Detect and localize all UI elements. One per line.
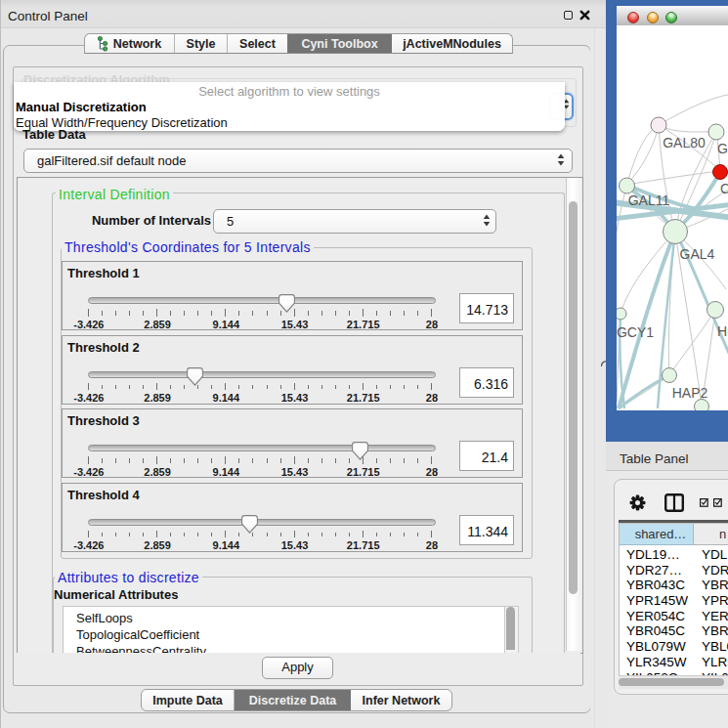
svg-text:H: H	[717, 323, 727, 339]
svg-text:GAL80: GAL80	[663, 135, 706, 150]
svg-text:GCY1: GCY1	[617, 324, 654, 340]
svg-text:C: C	[720, 181, 728, 196]
svg-text:GA: GA	[717, 141, 728, 156]
svg-text:HAP2: HAP2	[672, 385, 708, 401]
svg-text:GAL4: GAL4	[680, 246, 715, 262]
svg-text:GAL11: GAL11	[628, 193, 670, 208]
